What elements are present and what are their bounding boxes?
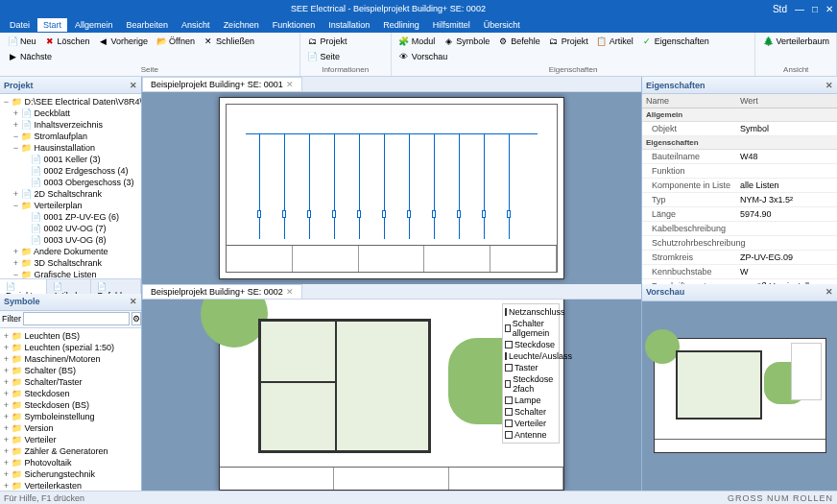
tree-node[interactable]: 0003 UV-OG (8) (2, 234, 139, 246)
symbole-category[interactable]: + Symboleinstellung (2, 411, 139, 422)
prop-row[interactable]: Länge5974.90 (642, 207, 837, 222)
symbole-category[interactable]: + Verteiler (2, 434, 139, 445)
tree-node[interactable]: 0002 UV-OG (7) (2, 223, 139, 234)
minimize-button[interactable]: — (795, 4, 804, 14)
tree-node[interactable]: − Hausinstallation (2, 142, 139, 154)
prv-icon (398, 51, 410, 62)
ribbon-nchste-button[interactable]: Nächste (4, 50, 55, 63)
prop-row[interactable]: ObjektSymbol (642, 122, 837, 136)
symbole-category[interactable]: + Schalter (BS) (2, 365, 139, 376)
preview-close-icon[interactable]: ✕ (825, 287, 833, 297)
symbole-panel-header: Symbole ✕ (0, 294, 141, 311)
symbole-category[interactable]: + Version (2, 422, 139, 434)
project-tab-befehle[interactable]: Befehle (91, 279, 141, 294)
ribbon-projekt-button[interactable]: Projekt (304, 35, 350, 48)
tree-node[interactable]: − Grafische Listen (2, 269, 139, 278)
symbole-tree[interactable]: + Leuchten (BS)+ Leuchten (spezial 1:50)… (0, 328, 141, 492)
symbole-panel-close-icon[interactable]: ✕ (130, 297, 137, 306)
prop-row[interactable]: BauteilnameW48 (642, 150, 837, 164)
ribbon-symbole-button[interactable]: Symbole (440, 35, 492, 48)
menu-tab-bearbeiten[interactable]: Bearbeiten (121, 18, 175, 32)
tree-root[interactable]: − D:\SEE Electrical Daten\V8R4\Projects\… (2, 96, 139, 108)
prop-row[interactable]: Schutzrohrbeschreibung (642, 236, 837, 251)
symbole-category[interactable]: + Leuchten (BS) (2, 330, 139, 342)
ribbon-schlieen-button[interactable]: Schließen (200, 35, 257, 48)
symbole-category[interactable]: + Leuchten (spezial 1:50) (2, 342, 139, 353)
tree-node[interactable]: + Deckblatt (2, 108, 139, 119)
menu-tab-funktionen[interactable]: Funktionen (267, 18, 322, 32)
fld-icon (20, 132, 32, 141)
menu-tab-installation[interactable]: Installation (323, 18, 375, 32)
project-bottom-tabs: Projekt Artikel Befehle (0, 278, 141, 294)
doc-icon (30, 212, 41, 222)
preview-thumbnail[interactable] (654, 338, 826, 453)
ribbon-eigenschaften-button[interactable]: Eigenschaften (638, 35, 712, 48)
prop-row[interactable]: Funktion (642, 164, 837, 179)
tab-close-icon[interactable]: ✕ (286, 80, 294, 89)
tree-node[interactable]: 0001 Keller (3) (2, 154, 139, 165)
menu-tab-allgemein[interactable]: Allgemein (69, 18, 119, 32)
ribbon-seite-button[interactable]: Seite (304, 50, 344, 63)
filter-input[interactable] (23, 312, 130, 325)
tree-node[interactable]: + 3D Schaltschrank (2, 257, 139, 269)
ribbon-befehle-button[interactable]: Befehle (494, 35, 543, 48)
filter-settings-icon[interactable]: ⚙ (132, 312, 141, 325)
canvas-floorplan[interactable]: NetzanschlussSchalter allgemeinSteckdose… (142, 300, 641, 492)
project-tab-artikel[interactable]: Artikel (47, 279, 91, 294)
prop-category-eigenschaften[interactable]: Eigenschaften (642, 136, 837, 150)
tree-node[interactable]: + 2D Schaltschrank (2, 188, 139, 200)
menu-tab-ansicht[interactable]: Ansicht (176, 18, 216, 32)
prop-category-allgemein[interactable]: Allgemein (642, 108, 837, 122)
tree-node[interactable]: 0002 Erdgeschoss (4) (2, 165, 139, 177)
tree-node[interactable]: 0001 ZP-UV-EG (6) (2, 211, 139, 223)
ribbon-modul-button[interactable]: Modul (395, 35, 439, 48)
prop-row[interactable]: TypNYM-J 3x1.5² (642, 193, 837, 207)
std-button[interactable]: Std (773, 4, 787, 14)
symbole-category[interactable]: + Schalter/Taster (2, 376, 139, 388)
symbole-category[interactable]: + Photovoltaik (2, 457, 139, 468)
menu-tab-datei[interactable]: Datei (4, 18, 36, 32)
menu-tab-redlining[interactable]: Redlining (377, 18, 425, 32)
prop-row[interactable]: Komponente in Listealle Listen (642, 179, 837, 193)
window-close-button[interactable]: ✕ (825, 4, 833, 14)
tree-node[interactable]: − Stromlaufplan (2, 131, 139, 142)
tab-close-icon[interactable]: ✕ (286, 287, 294, 297)
canvas-schematic[interactable] (142, 92, 641, 284)
properties-grid[interactable]: Name Wert Allgemein ObjektSymbol Eigensc… (642, 94, 837, 284)
menu-tab-hilfsmittel[interactable]: Hilfsmittel (427, 18, 476, 32)
symbole-category[interactable]: + Steckdosen (BS) (2, 399, 139, 411)
symbole-category[interactable]: + Sicherungstechnik (2, 468, 139, 480)
ribbon-vorherige-button[interactable]: Vorherige (95, 35, 152, 48)
ribbon-ffnen-button[interactable]: Öffnen (153, 35, 198, 48)
ribbon-artikel-button[interactable]: Artikel (593, 35, 636, 48)
tree-node[interactable]: + Inhaltsverzeichnis (2, 119, 139, 131)
maximize-button[interactable]: □ (812, 4, 818, 14)
project-tree[interactable]: − D:\SEE Electrical Daten\V8R4\Projects\… (0, 94, 141, 278)
doc-tab-0002[interactable]: Beispielprojekt Building+ SE: 0002 ✕ (142, 284, 302, 299)
menu-tab-start[interactable]: Start (37, 18, 67, 32)
tree-node[interactable]: + Andere Dokumente (2, 246, 139, 257)
symbole-category[interactable]: + Steckdosen (2, 388, 139, 399)
doc-tab-0001[interactable]: Beispielprojekt Building+ SE: 0001 ✕ (142, 77, 302, 91)
symbole-category[interactable]: + Zähler & Generatoren (2, 445, 139, 457)
symbole-category[interactable]: + Maschinen/Motoren (2, 353, 139, 365)
menu-tab-übersicht[interactable]: Übersicht (478, 18, 526, 32)
ribbon-lschen-button[interactable]: Löschen (41, 35, 93, 48)
project-panel-close-icon[interactable]: ✕ (130, 81, 137, 90)
window-controls: Std — □ ✕ (773, 4, 833, 14)
menu-tab-zeichnen[interactable]: Zeichnen (218, 18, 265, 32)
tree-node[interactable]: − Verteilerplan (2, 200, 139, 211)
prop-row[interactable]: KennbuchstabeW (642, 265, 837, 279)
properties-close-icon[interactable]: ✕ (825, 81, 833, 90)
tree-node[interactable]: 0003 Obergeschoss (3) (2, 177, 139, 188)
ribbon-neu-button[interactable]: Neu (4, 35, 39, 48)
symbole-category[interactable]: + Verteilerkasten (2, 480, 139, 492)
ribbon-projekt-button[interactable]: Projekt (545, 35, 591, 48)
legend-item: Steckdose 2fach (505, 373, 557, 395)
prop-row[interactable]: Kabelbeschreibung (642, 222, 837, 236)
ribbon-verteilerbaum-button[interactable]: Verteilerbaum (759, 35, 832, 48)
project-tab-projekt[interactable]: Projekt (0, 279, 47, 294)
floorplan-drawing: NetzanschlussSchalter allgemeinSteckdose… (219, 300, 564, 492)
ribbon-vorschau-button[interactable]: Vorschau (395, 50, 451, 63)
prop-row[interactable]: StromkreisZP-UV-EG.09 (642, 251, 837, 265)
